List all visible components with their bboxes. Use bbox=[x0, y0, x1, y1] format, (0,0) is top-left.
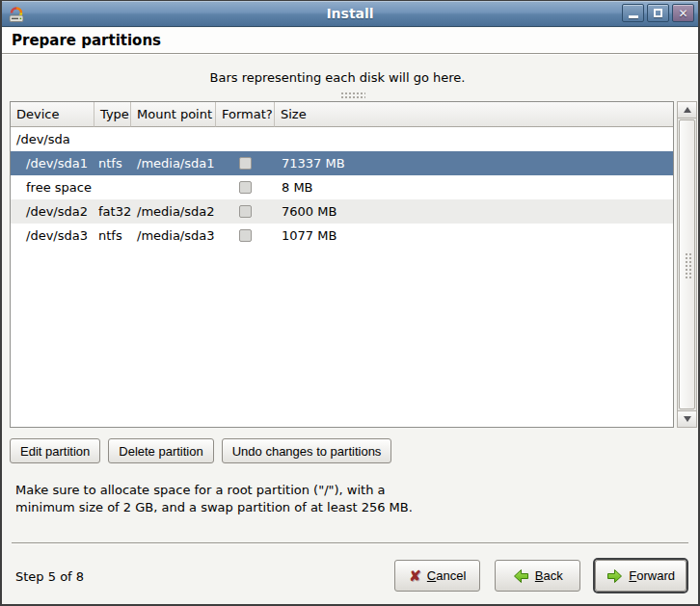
green-arrow-right-icon bbox=[606, 568, 623, 584]
cancel-button[interactable]: ✘ Cancel bbox=[394, 560, 480, 592]
device-cell: /dev/sda bbox=[11, 127, 94, 151]
table-header: Device Type Mount point Format? Size bbox=[11, 102, 673, 127]
triangle-up-icon bbox=[684, 107, 691, 113]
triangle-down-icon bbox=[684, 416, 691, 422]
partition-row-sda1[interactable]: /dev/sda1 ntfs /media/sda1 71337 MB bbox=[11, 151, 673, 175]
install-window: Install ✕ Prepare partitions Bars repres… bbox=[0, 0, 700, 606]
maximize-button[interactable] bbox=[647, 4, 669, 22]
scroll-up-button[interactable] bbox=[678, 102, 696, 119]
column-header-size[interactable]: Size bbox=[275, 102, 673, 127]
column-header-type[interactable]: Type bbox=[94, 102, 131, 127]
close-icon: ✕ bbox=[678, 7, 687, 20]
close-button[interactable]: ✕ bbox=[672, 4, 694, 22]
partition-row-sda2[interactable]: /dev/sda2 fat32 /media/sda2 7600 MB bbox=[11, 199, 673, 224]
scrollbar-grip bbox=[684, 251, 692, 278]
mount-point-cell: /media/sda3 bbox=[131, 224, 216, 248]
partition-table: Device Type Mount point Format? Size /de… bbox=[10, 101, 674, 428]
scrollbar-thumb[interactable] bbox=[679, 119, 695, 409]
column-header-mount-point[interactable]: Mount point bbox=[131, 102, 216, 127]
footer-separator bbox=[12, 542, 688, 544]
device-cell: /dev/sda2 bbox=[11, 199, 94, 224]
red-x-icon: ✘ bbox=[409, 567, 421, 585]
undo-changes-button[interactable]: Undo changes to partitions bbox=[222, 438, 392, 463]
help-text-line2: minimum size of 2 GB, and a swap partiti… bbox=[15, 499, 413, 516]
disk-bars-placeholder: Bars representing each disk will go here… bbox=[2, 70, 673, 85]
device-cell: /dev/sda1 bbox=[11, 151, 94, 175]
device-cell: /dev/sda3 bbox=[11, 224, 94, 248]
green-arrow-left-icon bbox=[513, 568, 529, 584]
format-checkbox[interactable] bbox=[239, 229, 252, 242]
help-text: Make sure to allocate space for a root p… bbox=[15, 482, 413, 516]
mount-point-cell: /media/sda1 bbox=[131, 151, 216, 175]
delete-partition-button[interactable]: Delete partition bbox=[108, 438, 213, 463]
maximize-icon bbox=[654, 9, 662, 17]
vertical-scrollbar bbox=[677, 101, 697, 428]
titlebar[interactable]: Install ✕ bbox=[2, 1, 698, 27]
type-cell: fat32 bbox=[94, 199, 131, 224]
scroll-down-button[interactable] bbox=[678, 410, 696, 427]
back-button[interactable]: Back bbox=[495, 560, 580, 592]
partition-actions: Edit partition Delete partition Undo cha… bbox=[10, 438, 391, 463]
help-text-line1: Make sure to allocate space for a root p… bbox=[15, 482, 413, 499]
partition-row-sda3[interactable]: /dev/sda3 ntfs /media/sda3 1077 MB bbox=[11, 224, 673, 248]
type-cell: ntfs bbox=[94, 224, 131, 248]
type-cell: ntfs bbox=[94, 151, 131, 175]
column-header-device[interactable]: Device bbox=[11, 102, 94, 127]
device-cell: free space bbox=[11, 175, 94, 199]
format-checkbox[interactable] bbox=[239, 181, 252, 194]
window-title: Install bbox=[2, 6, 698, 21]
size-cell: 7600 MB bbox=[275, 199, 673, 224]
edit-partition-button[interactable]: Edit partition bbox=[10, 438, 100, 463]
pane-resize-grip[interactable] bbox=[339, 91, 365, 98]
navigation-buttons: ✘ Cancel Back Forward bbox=[394, 560, 687, 592]
minimize-icon bbox=[629, 15, 638, 18]
partition-row-sda[interactable]: /dev/sda bbox=[11, 127, 673, 151]
size-cell: 8 MB bbox=[275, 175, 673, 199]
format-checkbox[interactable] bbox=[239, 157, 252, 170]
page-title: Prepare partitions bbox=[12, 32, 161, 49]
step-indicator: Step 5 of 8 bbox=[15, 569, 84, 584]
format-checkbox[interactable] bbox=[239, 205, 252, 218]
size-cell: 1077 MB bbox=[275, 224, 673, 248]
column-header-format[interactable]: Format? bbox=[216, 102, 275, 127]
heading-separator bbox=[2, 53, 698, 55]
mount-point-cell: /media/sda2 bbox=[131, 199, 216, 224]
heading-area: Prepare partitions bbox=[2, 28, 698, 53]
minimize-button[interactable] bbox=[622, 4, 644, 22]
size-cell: 71337 MB bbox=[275, 151, 673, 175]
partition-row-free-space[interactable]: free space 8 MB bbox=[11, 175, 673, 199]
forward-button[interactable]: Forward bbox=[595, 560, 687, 592]
